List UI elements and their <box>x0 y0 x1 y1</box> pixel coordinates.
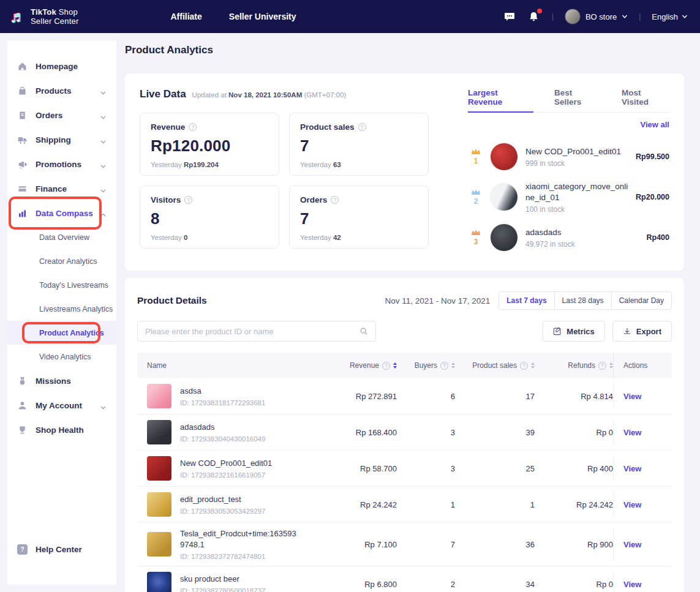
ranking-item[interactable]: 2 xiaomi_category_move_online_id_01 100 … <box>468 180 669 214</box>
live-data-title: Live Data <box>140 88 186 100</box>
product-thumbnail <box>147 420 171 444</box>
sidebar-item-label: Homepage <box>36 62 78 71</box>
notifications-bell-icon[interactable] <box>527 10 541 23</box>
sidebar-item-my-account[interactable]: My Account <box>7 393 116 418</box>
column-header-revenue[interactable]: Revenue <box>350 361 379 370</box>
range-last-28-days-button[interactable]: Last 28 days <box>554 291 612 310</box>
tab-most-visited[interactable]: Most Visited <box>622 88 669 112</box>
column-header-product-sales[interactable]: Product sales <box>472 361 517 370</box>
crown-silver-icon: 2 <box>468 189 484 206</box>
top-navbar: ♬ TikTok Shop Seller Center Affiliate Se… <box>0 0 700 33</box>
product-search-input[interactable] <box>145 327 359 336</box>
nav-links: Affiliate Seller University <box>170 12 296 21</box>
chevron-down-icon <box>100 161 107 168</box>
sidebar-item-promotions[interactable]: Promotions <box>7 152 116 176</box>
column-header-buyers[interactable]: Buyers <box>415 361 437 370</box>
question-circle-icon[interactable]: ? <box>189 123 197 131</box>
store-menu[interactable]: BO store <box>565 9 628 24</box>
export-button[interactable]: Export <box>612 321 672 342</box>
ranking-item[interactable]: 3 adasdads 49,972 in stock Rp400 <box>468 220 669 255</box>
sidebar-item-products[interactable]: Products <box>7 78 116 103</box>
table-row: adasdadsID: 1729383040430016049 Rp 168.4… <box>137 414 672 451</box>
view-link[interactable]: View <box>623 540 641 549</box>
nav-link-seller-university[interactable]: Seller University <box>229 12 296 21</box>
updated-time: Nov 18, 2021 10:50AM <box>228 91 302 99</box>
sidebar-item-help-center[interactable]: ? Help Center <box>7 537 116 561</box>
search-icon[interactable] <box>359 327 368 335</box>
question-circle-icon[interactable]: ? <box>331 196 339 204</box>
cell-product-sales: 34 <box>455 580 535 589</box>
range-last-7-days-button[interactable]: Last 7 days <box>499 291 554 310</box>
cell-refunds: Rp 24.242 <box>535 500 613 509</box>
question-circle-icon[interactable]: ? <box>184 196 192 204</box>
question-circle-icon[interactable]: ? <box>520 362 528 370</box>
chevron-down-icon <box>100 402 107 409</box>
bar-chart-icon <box>17 208 28 219</box>
yesterday-value: 63 <box>333 161 341 168</box>
product-revenue: Rp400 <box>646 233 669 242</box>
product-thumbnail <box>147 492 171 517</box>
view-link[interactable]: View <box>623 392 641 401</box>
metric-value: 7 <box>300 137 418 155</box>
sidebar-item-data-compass[interactable]: Data Compass <box>7 201 116 225</box>
language-menu[interactable]: English <box>652 12 688 21</box>
date-range: Nov 11, 2021 - Nov 17, 2021 <box>385 296 491 305</box>
ranking-tabs: Largest Revenue Best Sellers Most Visite… <box>468 88 669 113</box>
sidebar-subitem-livestreams-analytics[interactable]: Livestreams Analytics <box>7 297 116 321</box>
medal-icon <box>17 376 28 386</box>
sidebar-subitem-creator-analytics[interactable]: Creator Analytics <box>7 249 116 273</box>
product-name: asdsa <box>180 386 265 397</box>
yesterday-value: Rp199.204 <box>184 161 219 168</box>
brand-bold: TikTok <box>31 7 56 17</box>
truck-icon <box>17 135 28 145</box>
ranking-item[interactable]: 1 New COD_Pro001_edit01 999 in stock Rp9… <box>468 140 669 174</box>
sidebar-item-shipping[interactable]: Shipping <box>7 127 116 152</box>
product-image <box>490 223 518 252</box>
sidebar-subitem-product-analytics[interactable]: Product Analytics <box>7 321 116 345</box>
cell-revenue: Rp 24.242 <box>305 500 397 509</box>
product-id: ID: 1729383040430016049 <box>180 435 265 443</box>
cell-buyers: 2 <box>397 580 455 589</box>
brand-light: Shop <box>59 7 78 17</box>
yesterday-label: Yesterday <box>151 234 182 241</box>
question-circle-icon[interactable]: ? <box>598 362 606 370</box>
sidebar-item-homepage[interactable]: Homepage <box>7 54 116 78</box>
question-circle-icon[interactable]: ? <box>358 123 366 131</box>
sidebar-item-orders[interactable]: Orders <box>7 103 116 127</box>
sidebar-item-label: Orders <box>36 111 62 120</box>
document-icon <box>17 110 28 121</box>
column-header-refunds[interactable]: Refunds <box>568 361 595 370</box>
sidebar-subitem-todays-livestreams[interactable]: Today's Livestreams <box>7 273 116 297</box>
view-all-link[interactable]: View all <box>641 120 669 129</box>
view-link[interactable]: View <box>623 500 641 509</box>
view-link[interactable]: View <box>623 464 641 473</box>
date-range-segmented-control: Last 7 days Last 28 days Calendar Day <box>499 291 672 310</box>
sidebar-item-missions[interactable]: Missions <box>7 369 116 393</box>
cell-refunds: Rp 400 <box>535 464 613 473</box>
chevron-down-icon <box>622 13 628 20</box>
product-name: edit_product_test <box>180 494 265 505</box>
range-calendar-day-button[interactable]: Calendar Day <box>611 291 672 310</box>
chat-icon[interactable] <box>503 10 516 23</box>
metric-card-visitors: Visitors? 8 Yesterday 0 <box>140 185 279 249</box>
download-icon <box>623 327 631 335</box>
question-circle-icon[interactable]: ? <box>382 362 390 370</box>
product-image <box>490 143 518 171</box>
nav-link-affiliate[interactable]: Affiliate <box>170 12 201 21</box>
sidebar-subitem-data-overview[interactable]: Data Overview <box>7 225 116 249</box>
tab-best-sellers[interactable]: Best Sellers <box>554 88 601 112</box>
product-details-card: Product Details Nov 11, 2021 - Nov 17, 2… <box>125 278 684 592</box>
brand-logo[interactable]: ♬ TikTok Shop Seller Center <box>10 7 78 26</box>
metrics-button[interactable]: Metrics <box>543 321 605 342</box>
view-link[interactable]: View <box>623 428 641 437</box>
tab-largest-revenue[interactable]: Largest Revenue <box>468 88 533 112</box>
view-link[interactable]: View <box>623 580 641 589</box>
sidebar-item-finance[interactable]: Finance <box>7 176 116 201</box>
question-circle-icon[interactable]: ? <box>440 362 448 370</box>
notification-badge <box>537 9 542 13</box>
sidebar-subitem-video-analytics[interactable]: Video Analytics <box>7 345 116 369</box>
column-header-name[interactable]: Name <box>137 361 305 370</box>
metric-card-orders: Orders? 7 Yesterday 42 <box>289 185 429 249</box>
sidebar-item-shop-health[interactable]: Shop Health <box>7 418 116 442</box>
chevron-down-icon <box>682 13 688 20</box>
